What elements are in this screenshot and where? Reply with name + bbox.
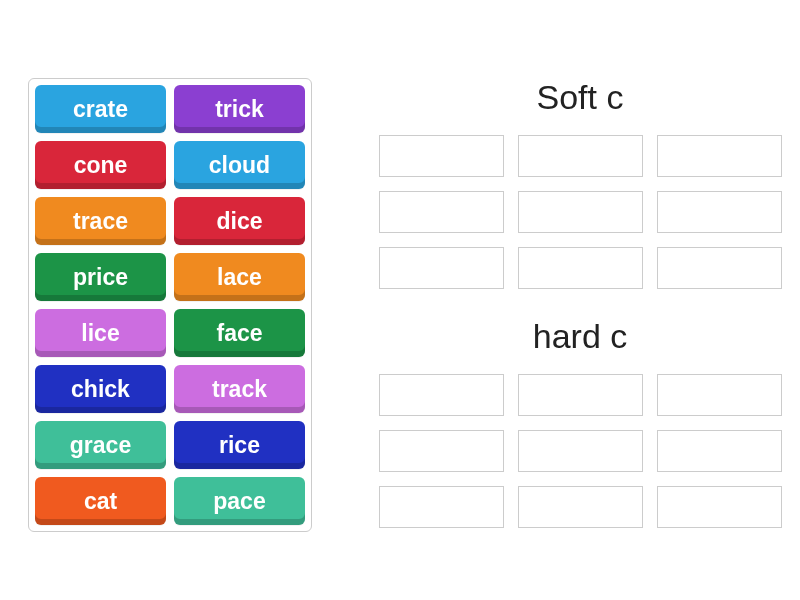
drop-slot[interactable] [379,374,504,416]
word-tile-price[interactable]: price [35,253,166,301]
drop-slot[interactable] [518,486,643,528]
word-tile-cloud[interactable]: cloud [174,141,305,189]
word-tile-cat[interactable]: cat [35,477,166,525]
activity-stage: cratetrickconecloudtracedicepricelacelic… [0,0,800,556]
tile-bank: cratetrickconecloudtracedicepricelacelic… [28,78,312,532]
group-hard-c: hard c [360,317,800,528]
word-tile-lice[interactable]: lice [35,309,166,357]
drop-groups: Soft chard c [360,78,800,556]
word-tile-trace[interactable]: trace [35,197,166,245]
drop-slot[interactable] [518,374,643,416]
drop-slot[interactable] [518,191,643,233]
word-tile-crate[interactable]: crate [35,85,166,133]
word-tile-dice[interactable]: dice [174,197,305,245]
drop-slot[interactable] [379,135,504,177]
drop-slot[interactable] [518,247,643,289]
drop-slot[interactable] [657,430,782,472]
drop-slot[interactable] [657,247,782,289]
word-tile-lace[interactable]: lace [174,253,305,301]
word-tile-cone[interactable]: cone [35,141,166,189]
drop-slot[interactable] [657,374,782,416]
drop-slot[interactable] [379,247,504,289]
drop-slot[interactable] [379,430,504,472]
dropzone[interactable] [360,135,800,289]
word-tile-pace[interactable]: pace [174,477,305,525]
dropzone[interactable] [360,374,800,528]
drop-slot[interactable] [379,191,504,233]
word-tile-trick[interactable]: trick [174,85,305,133]
drop-slot[interactable] [657,135,782,177]
word-tile-rice[interactable]: rice [174,421,305,469]
drop-slot[interactable] [657,486,782,528]
drop-slot[interactable] [518,135,643,177]
word-tile-chick[interactable]: chick [35,365,166,413]
drop-slot[interactable] [379,486,504,528]
group-soft-c: Soft c [360,78,800,289]
word-tile-grace[interactable]: grace [35,421,166,469]
group-title: Soft c [360,78,800,117]
word-tile-track[interactable]: track [174,365,305,413]
group-title: hard c [360,317,800,356]
drop-slot[interactable] [518,430,643,472]
drop-slot[interactable] [657,191,782,233]
word-tile-face[interactable]: face [174,309,305,357]
